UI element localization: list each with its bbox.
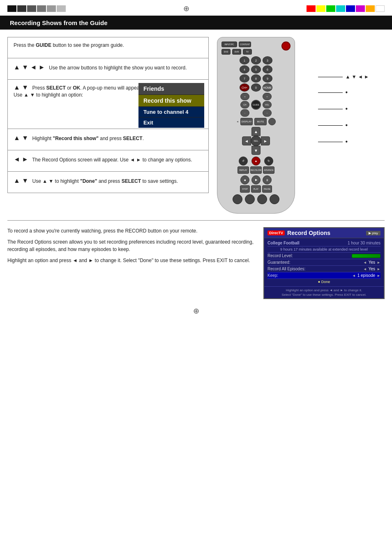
advance-label: ADVANCE (263, 166, 274, 174)
ro-keep-value: 1 episode (357, 273, 375, 278)
ro-arrow-right-keep[interactable]: ► (377, 274, 380, 278)
num-2[interactable]: 2 (251, 56, 261, 64)
ro-footer-line2: Select "Done" to use these settings. Pre… (266, 292, 382, 297)
menu-btn[interactable] (270, 194, 279, 204)
thumbs-down-btn[interactable] (257, 194, 267, 204)
dot-icon-3: • (345, 122, 348, 129)
replay-btn[interactable]: ↺ (239, 157, 248, 166)
num-1[interactable]: 1 (240, 56, 249, 64)
annotation-dot-1: • (318, 89, 369, 96)
ro-arrow-left-keep[interactable]: ◄ (352, 274, 356, 278)
step-2-text: ▲ ▼ ◄ ► Use the arrow buttons to highlig… (14, 62, 203, 72)
bottom-text-column: To record a show you're currently watchi… (7, 227, 255, 267)
num-8[interactable]: 8 (251, 74, 261, 83)
power-button[interactable] (281, 41, 291, 51)
av-btn[interactable]: TV (243, 49, 252, 55)
pause-btn[interactable]: ⏸ (263, 175, 272, 184)
num-5[interactable]: 5 (251, 65, 261, 74)
step-box-6: ▲ ▼ Use ▲ ▼ to highlight "Done" and pres… (7, 172, 209, 193)
color-bar-left (7, 5, 66, 12)
stop-col: ■ STOP (240, 175, 250, 193)
ro-arrow-right-episodes[interactable]: ► (377, 267, 380, 271)
input-btn[interactable]: INPUT/PC (221, 41, 237, 47)
color-swatch (346, 5, 355, 12)
stop-btn[interactable]: ■ (240, 175, 249, 184)
ro-show-name: College Football (267, 241, 300, 245)
input-round-btn[interactable] (233, 194, 242, 204)
arrow-icons-6: ▲ ▼ (14, 177, 28, 184)
num-3[interactable]: 3 (263, 56, 272, 64)
annotation-line-2 (318, 109, 343, 109)
replay-col: ↺ REPLAY (238, 157, 249, 174)
pause-label: PAUSE (262, 185, 272, 193)
select-button[interactable]: SEL (251, 136, 261, 146)
ro-option-all-episodes: Record All Episodes: ◄ Yes ► (267, 266, 380, 272)
step-6-text: ▲ ▼ Use ▲ ▼ to highlight "Done" and pres… (14, 176, 203, 186)
color-swatch (356, 5, 365, 12)
replay-label: REPLAY (238, 166, 249, 174)
ch-minus[interactable]: - (240, 109, 249, 117)
step-box-3: ▲ ▼ Press SELECT or OK. A pop-up menu wi… (7, 80, 209, 129)
ro-badge-text: ▶ play (369, 231, 378, 235)
guide-btn[interactable]: GUIDE (251, 100, 261, 110)
step-box-5: ◄ ► The Record Options screen will appea… (7, 150, 209, 172)
num-7[interactable]: 7 (240, 74, 249, 83)
rec-slow-label: REC/SLOW (250, 166, 262, 174)
num-6[interactable]: 6 (263, 65, 272, 74)
dpad: ▲ ▼ ◄ ► SEL (242, 127, 270, 155)
ro-logo: DirecTV (267, 230, 285, 235)
arrow-icons-2: ▲ ▼ ◄ ► (14, 64, 45, 71)
step-1-text: Press the GUIDE button to see the progra… (14, 41, 203, 49)
color-swatch (307, 5, 316, 12)
vol-minus[interactable]: - (263, 109, 272, 117)
ro-body: College Football 1 hour 30 minutes 9 hou… (264, 238, 384, 286)
ch-plus[interactable]: + (240, 93, 249, 100)
ch-up-btn[interactable]: CH+ (240, 83, 249, 92)
dot-icon-2: • (345, 105, 348, 113)
annotation-line-4 (318, 142, 343, 142)
num-4[interactable]: 4 (240, 65, 249, 74)
tv-btn[interactable]: DVR (232, 49, 241, 55)
vol-plus[interactable]: + (263, 93, 272, 100)
dpad-up[interactable]: ▲ (251, 127, 261, 136)
play-label: PLAY (251, 185, 261, 193)
step-3-layout: ▲ ▼ Press SELECT or OK. A pop-up menu wi… (14, 84, 203, 98)
ro-header: DirecTV Record Options ▶ play (264, 228, 384, 238)
remote-top-right (281, 41, 291, 51)
ro-label-record-level: Record Level: (267, 253, 293, 258)
ro-arrow-left-guaranteed[interactable]: ◄ (363, 260, 367, 265)
dpad-left[interactable]: ◄ (242, 136, 251, 145)
record-options-screen: DirecTV Record Options ▶ play College Fo… (263, 227, 385, 299)
mute-btn[interactable]: MUTE (254, 118, 267, 125)
ro-done[interactable]: ● Done (267, 279, 380, 285)
transport-row: ■ STOP ▶ PLAY ⏸ PAUSE (220, 175, 292, 193)
record-btn[interactable]: ● (251, 157, 261, 166)
play-col: ▶ PLAY (251, 175, 261, 193)
ro-show-row: College Football 1 hour 30 minutes (267, 240, 380, 246)
advance-btn[interactable]: ↻ (264, 157, 273, 166)
ro-arrow-left-episodes[interactable]: ◄ (363, 267, 367, 271)
dvr-btn[interactable]: DVD (221, 49, 231, 55)
annotation-dpad-label: ▲ ▼ ◄ ► (345, 74, 369, 80)
num-0[interactable]: 0 (251, 83, 261, 92)
home-btn[interactable]: HOME (263, 83, 272, 92)
step-box-4: ▲ ▼ Highlight "Record this show" and pre… (7, 129, 209, 150)
select-btn[interactable]: CONTENT (239, 41, 251, 47)
num-9[interactable]: 9 (263, 74, 272, 83)
mute-row: ◄ DISPLAY MUTE (220, 118, 292, 125)
pause-col: ⏸ PAUSE (262, 175, 272, 193)
step-3-line2: Use ▲ ▼ to highlight an option: (14, 92, 142, 98)
popup-item-tune: Tune to channel 4 (138, 107, 204, 117)
crosshair-icon: ⊕ (183, 4, 189, 13)
thumbs-up-btn[interactable] (245, 194, 255, 204)
ro-arrow-right-guaranteed[interactable]: ► (377, 260, 380, 265)
dpad-right[interactable]: ► (261, 136, 270, 145)
ro-guaranteed-value: Yes (369, 260, 375, 265)
annotation-dot-3: • (318, 122, 369, 129)
play-btn[interactable]: ▶ (251, 175, 261, 184)
display-btn[interactable]: DISPLAY (240, 118, 253, 125)
ro-footer: Highlight an option and press ◄ and ► to… (264, 286, 384, 298)
color-swatch (366, 5, 375, 12)
dpad-down[interactable]: ▼ (251, 146, 261, 155)
numpad-row-3: 7 8 9 (220, 74, 292, 83)
